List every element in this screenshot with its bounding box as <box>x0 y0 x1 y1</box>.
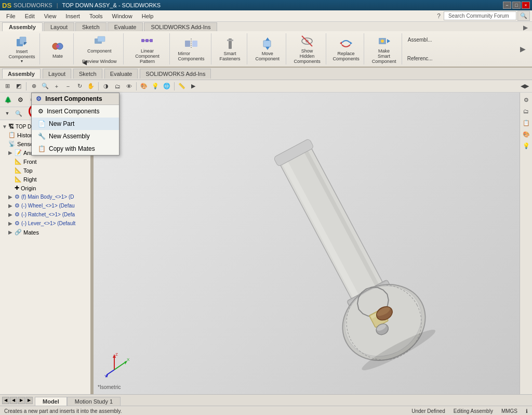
simulation-btn[interactable]: ▶ <box>188 81 198 92</box>
search-btn[interactable]: 🔍 <box>517 11 530 21</box>
tasks-btn[interactable]: 📋 <box>521 118 531 128</box>
menu-view[interactable]: View <box>40 12 61 20</box>
assembly-btn[interactable]: Assembl... <box>407 31 432 48</box>
render-pane-btn[interactable]: 💡 <box>521 140 531 151</box>
property-tab[interactable]: ⚙ <box>15 94 26 106</box>
replace-icon <box>339 36 353 51</box>
replace-components-btn[interactable]: ReplaceComponents <box>331 35 361 63</box>
search-tree-btn[interactable]: 🔍 <box>14 108 24 119</box>
insert-components-btn[interactable]: InsertComponents ▼ <box>7 33 36 65</box>
menu-help[interactable]: Help <box>138 12 158 20</box>
cmd-tab-sketch[interactable]: Sketch <box>73 69 102 79</box>
tree-top[interactable]: 📐 Top <box>0 166 92 175</box>
tab-addins[interactable]: SOLIDWORKS Add-Ins <box>144 22 217 31</box>
search-community[interactable]: Search Community Forum <box>444 11 516 20</box>
view-orient-btn[interactable]: ⊞ <box>2 81 12 92</box>
ribbon-group-insert: InsertComponents ▼ <box>4 33 40 64</box>
tree-origin[interactable]: ✚ Origin <box>0 184 92 192</box>
tree-wheel[interactable]: ▶ ⚙ (-) Wheel_<>1> (Defau <box>0 201 92 210</box>
tab-arrow-left[interactable]: ◀ <box>2 397 9 404</box>
filter-btn[interactable]: ▼ <box>2 108 12 119</box>
smart-fasteners-btn[interactable]: SmartFasteners <box>217 35 244 63</box>
measure-btn[interactable]: 📏 <box>177 81 187 92</box>
component-btn[interactable]: Component <box>84 32 115 55</box>
svg-rect-18 <box>263 41 271 47</box>
tree-mates[interactable]: ▶ 🔗 Mates <box>0 228 92 237</box>
make-smart-component-btn[interactable]: Make SmartComponent <box>369 32 398 66</box>
section-view-btn[interactable]: ◑ <box>101 81 111 92</box>
panel-expand-btn[interactable]: ◀▶ <box>520 81 530 92</box>
edit-appearance-btn[interactable]: 🎨 <box>139 81 149 92</box>
pan-btn[interactable]: ✋ <box>86 81 96 92</box>
zoom-out-btn[interactable]: − <box>63 81 73 92</box>
tab-sketch[interactable]: Sketch <box>75 22 107 31</box>
scene-btn[interactable]: 🌐 <box>162 81 172 92</box>
lever-expand[interactable]: ▶ <box>8 221 15 226</box>
tree-root-expand[interactable]: ▼ <box>2 124 8 129</box>
tree-right[interactable]: 📐 Right <box>0 175 92 184</box>
info-icon[interactable]: ℹ <box>526 408 528 414</box>
zoom-to-selection-btn[interactable]: 🔍 <box>40 81 50 92</box>
cmd-tab-assembly[interactable]: Assembly <box>2 69 41 79</box>
minimize-button[interactable]: − <box>503 2 511 9</box>
linear-pattern-btn[interactable]: Linear ComponentPattern <box>129 32 166 66</box>
tab-arrow-right2[interactable]: ▶ <box>25 397 33 404</box>
ribbon-more-icon[interactable]: ▶ <box>518 45 528 53</box>
feature-tree-tab[interactable]: 🌲 <box>2 94 14 106</box>
menu-window[interactable]: Window <box>108 12 137 20</box>
mates-expand[interactable]: ▶ <box>8 229 15 235</box>
ribbon-expand-icon[interactable]: ▶ <box>521 24 530 31</box>
dropdown-new-assembly[interactable]: 🔧 New Assembly <box>32 130 119 142</box>
viewport[interactable]: Z X Y *Isometric <box>94 93 520 394</box>
palette-btn[interactable]: 🎨 <box>521 129 531 139</box>
zoom-in-btn[interactable]: + <box>51 81 62 92</box>
tree-front[interactable]: 📐 Front <box>0 157 92 166</box>
tree-lever[interactable]: ▶ ⚙ (-) Lever_<>1> (Default <box>0 219 92 228</box>
tree-main-body[interactable]: ▶ ⚙ (f) Main Body_<>1> (D <box>0 192 92 201</box>
tab-model[interactable]: Model <box>35 397 67 406</box>
hide-all-btn[interactable]: 👁 <box>124 81 134 92</box>
mirror-btn[interactable]: MirrorComponents <box>175 35 208 63</box>
menu-file[interactable]: File <box>2 12 20 20</box>
cmd-tab-evaluate[interactable]: Evaluate <box>104 69 138 79</box>
view-settings-btn[interactable]: ⚙ <box>521 95 531 105</box>
menu-edit[interactable]: Edit <box>21 12 39 20</box>
annotations-expand[interactable]: ▶ <box>8 150 15 155</box>
ribbon: Assembly Layout Sketch Evaluate SOLIDWOR… <box>0 22 532 68</box>
zoom-fit-btn[interactable]: ⊕ <box>29 81 39 92</box>
reference-btn[interactable]: Referenc... <box>407 49 432 67</box>
dropdown-copy-mates[interactable]: 📋 Copy with Mates <box>32 142 119 155</box>
display-mode-btn[interactable]: ◩ <box>14 81 24 92</box>
dropdown-insert-components[interactable]: ⚙ Insert Components <box>32 105 119 118</box>
move-component-btn[interactable]: MoveComponent <box>252 35 283 63</box>
dropdown-menu: ⚙ Insert Components ⚙ Insert Components … <box>31 93 119 155</box>
maximize-button[interactable]: □ <box>512 2 521 9</box>
insert-components-arrow[interactable]: ▼ <box>20 59 24 63</box>
preview-window-btn[interactable]: Preview Window <box>79 57 120 66</box>
display-pane-btn[interactable]: 🗂 <box>521 106 531 116</box>
tab-layout[interactable]: Layout <box>44 22 74 31</box>
cmd-tab-addins[interactable]: SOLIDWORKS Add-Ins <box>140 69 211 79</box>
wheel-expand[interactable]: ▶ <box>8 203 15 209</box>
rotate-view-btn[interactable]: ↻ <box>74 81 85 92</box>
tree-ratchet[interactable]: ▶ ⚙ (-) Ratchet_<>1> (Defa <box>0 210 92 219</box>
view-palette-btn[interactable]: 🗂 <box>112 81 123 92</box>
tab-assembly[interactable]: Assembly <box>2 22 43 31</box>
cmd-tab-layout[interactable]: Layout <box>43 69 71 79</box>
tab-evaluate[interactable]: Evaluate <box>108 22 143 31</box>
menu-insert[interactable]: Insert <box>61 12 84 20</box>
dropdown-new-part[interactable]: 📄 New Part <box>32 118 119 130</box>
main-body-expand[interactable]: ▶ <box>8 194 15 200</box>
render-btn[interactable]: 💡 <box>150 81 161 92</box>
tab-motion-study[interactable]: Motion Study 1 <box>67 397 121 406</box>
show-hidden-btn[interactable]: Show HiddenComponents <box>291 32 323 66</box>
close-button[interactable]: × <box>522 2 530 9</box>
question-icon[interactable]: ? <box>435 11 443 21</box>
ratchet-expand[interactable]: ▶ <box>8 212 15 217</box>
dropdown-header: ⚙ Insert Components <box>32 93 119 105</box>
tab-arrow-left2[interactable]: ◀ <box>10 397 17 404</box>
mate-btn[interactable]: Mate <box>45 37 70 60</box>
feature-tree[interactable]: ▼ 🏗 TOP DOWN ASSY_& (Defa 📋 History 📡 Se… <box>0 120 92 394</box>
menu-tools[interactable]: Tools <box>85 12 107 20</box>
tab-arrow-right[interactable]: ▶ <box>18 397 25 404</box>
